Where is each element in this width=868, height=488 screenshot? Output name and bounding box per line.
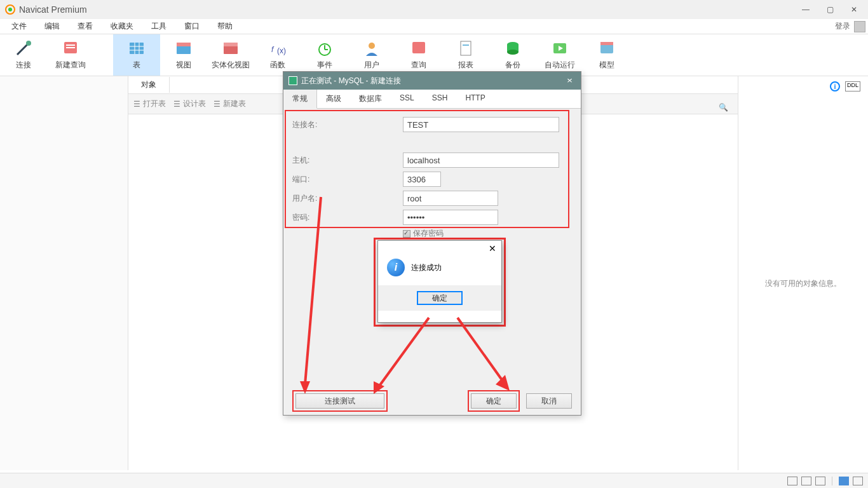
toolbar-connection[interactable]: 连接 xyxy=(0,34,47,76)
test-connection-button[interactable]: 连接测试 xyxy=(295,393,384,409)
search-icon[interactable]: 🔍 xyxy=(719,103,728,112)
dialog-title: 正在测试 - MySQL - 新建连接 xyxy=(301,76,564,86)
toolbar-table[interactable]: 表 xyxy=(113,34,160,76)
open-table-button[interactable]: ☰ 打开表 xyxy=(133,98,166,109)
maximize-button[interactable]: ▢ xyxy=(824,5,836,14)
svg-rect-22 xyxy=(412,42,425,53)
msgbox-close-button[interactable]: ✕ xyxy=(489,243,496,252)
svg-point-21 xyxy=(369,43,375,49)
toolbar-matview[interactable]: 实体化视图 xyxy=(207,34,254,76)
dialog-tabs: 常规 高级 数据库 SSL SSH HTTP xyxy=(283,90,581,109)
toolbar-query2[interactable]: 查询 xyxy=(395,34,442,76)
svg-rect-5 xyxy=(66,44,75,46)
toolbar-function[interactable]: f(x)函数 xyxy=(254,34,301,76)
svg-text:f: f xyxy=(271,45,275,54)
tab-objects[interactable]: 对象 xyxy=(128,77,170,93)
svg-point-1 xyxy=(8,8,12,11)
svg-rect-13 xyxy=(177,43,191,46)
message-box: ✕ i 连接成功 确定 xyxy=(377,240,502,323)
no-info-text: 没有可用的对象信息。 xyxy=(738,97,868,470)
svg-rect-31 xyxy=(600,42,613,45)
connection-sidebar xyxy=(0,76,128,470)
dialog-cancel-button[interactable]: 取消 xyxy=(526,393,572,409)
save-password-checkbox[interactable]: 保存密码 xyxy=(403,228,572,239)
minimize-button[interactable]: — xyxy=(799,5,812,14)
svg-rect-7 xyxy=(130,43,144,54)
view-panel-icon[interactable] xyxy=(839,477,849,485)
annotation-form-box xyxy=(285,110,569,228)
svg-rect-24 xyxy=(463,44,469,46)
toolbar-backup[interactable]: 备份 xyxy=(489,34,536,76)
toolbar-autorun[interactable]: 自动运行 xyxy=(536,34,583,76)
menubar: 文件 编辑 查看 收藏夹 工具 窗口 帮助 登录 xyxy=(0,19,868,34)
view-list-icon[interactable] xyxy=(801,477,811,485)
svg-point-27 xyxy=(507,50,519,55)
menu-favorites[interactable]: 收藏夹 xyxy=(102,19,142,34)
new-table-button[interactable]: ☰ 新建表 xyxy=(214,98,246,109)
dialog-titlebar: 正在测试 - MySQL - 新建连接 × xyxy=(283,72,581,90)
annotation-ok-box: 确定 xyxy=(468,390,520,412)
view-panel2-icon[interactable] xyxy=(853,477,863,485)
info-panel: i DDL 🔍 没有可用的对象信息。 xyxy=(738,76,868,470)
dialog-icon xyxy=(288,76,297,85)
main-toolbar: 连接 新建查询 表 视图 实体化视图 f(x)函数 事件 用户 查询 报表 备份… xyxy=(0,34,868,76)
app-title: Navicat Premium xyxy=(19,4,799,15)
annotation-test-box: 连接测试 xyxy=(292,390,388,412)
ddl-icon[interactable]: DDL xyxy=(845,81,860,92)
dialog-form: 连接名: 主机: 端口: 用户名: 密码: 保存密码 xyxy=(283,109,581,247)
menu-help[interactable]: 帮助 xyxy=(208,19,241,34)
svg-rect-15 xyxy=(224,43,238,46)
menu-view[interactable]: 查看 xyxy=(69,19,102,34)
login-link[interactable]: 登录 xyxy=(835,21,854,32)
tab-general[interactable]: 常规 xyxy=(283,90,317,109)
svg-point-3 xyxy=(26,41,31,46)
toolbar-model[interactable]: 模型 xyxy=(583,34,630,76)
svg-text:(x): (x) xyxy=(277,46,286,55)
close-button[interactable]: ✕ xyxy=(848,5,860,14)
tab-ssh[interactable]: SSH xyxy=(423,90,457,108)
toolbar-user[interactable]: 用户 xyxy=(348,34,395,76)
view-detail-icon[interactable] xyxy=(815,477,825,485)
tab-ssl[interactable]: SSL xyxy=(391,90,423,108)
toolbar-new-query[interactable]: 新建查询 xyxy=(47,34,94,76)
app-logo-icon xyxy=(5,4,15,15)
info-icon: i xyxy=(387,259,405,276)
svg-rect-6 xyxy=(66,47,75,48)
info-icon[interactable]: i xyxy=(830,81,840,92)
menu-window[interactable]: 窗口 xyxy=(175,19,208,34)
dialog-close-button[interactable]: × xyxy=(562,76,578,85)
menu-file[interactable]: 文件 xyxy=(3,19,36,34)
toolbar-report[interactable]: 报表 xyxy=(442,34,489,76)
toolbar-view[interactable]: 视图 xyxy=(160,34,207,76)
svg-rect-23 xyxy=(461,41,471,55)
dialog-footer: 连接测试 确定 取消 xyxy=(283,387,581,415)
msgbox-text: 连接成功 xyxy=(411,262,442,273)
msgbox-ok-button[interactable]: 确定 xyxy=(417,291,463,305)
titlebar: Navicat Premium — ▢ ✕ xyxy=(0,0,868,19)
design-table-button[interactable]: ☰ 设计表 xyxy=(173,98,206,109)
avatar-icon[interactable] xyxy=(854,21,865,32)
menu-tools[interactable]: 工具 xyxy=(142,19,175,34)
menu-edit[interactable]: 编辑 xyxy=(36,19,69,34)
toolbar-event[interactable]: 事件 xyxy=(301,34,348,76)
tab-http[interactable]: HTTP xyxy=(456,90,494,108)
tab-advanced[interactable]: 高级 xyxy=(317,90,350,108)
view-large-icon[interactable] xyxy=(787,477,797,485)
window-controls: — ▢ ✕ xyxy=(799,5,860,14)
tab-database[interactable]: 数据库 xyxy=(350,90,391,108)
dialog-ok-button[interactable]: 确定 xyxy=(471,393,517,409)
statusbar xyxy=(0,473,868,488)
